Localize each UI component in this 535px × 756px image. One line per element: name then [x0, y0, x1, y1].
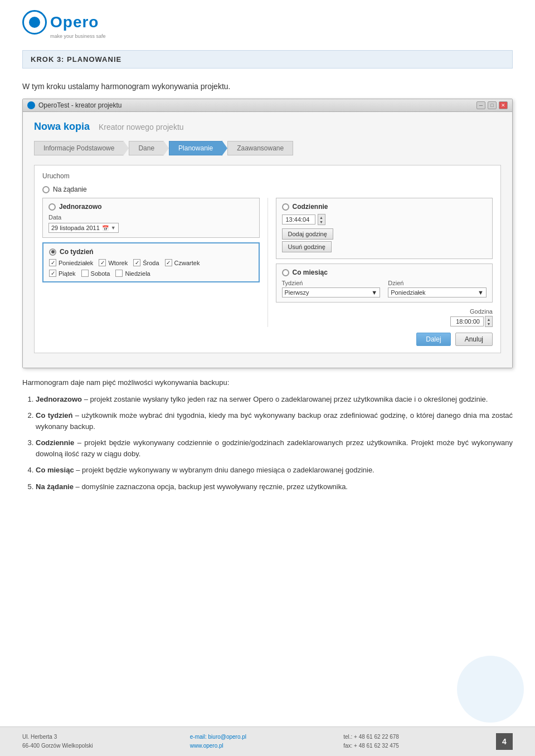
step-planowanie[interactable]: Planowanie — [169, 141, 222, 155]
description-intro: Harmonogram daje nam pięć możliwości wyk… — [22, 377, 513, 388]
two-column-layout: Jednorazowo Data 29 listopada 2011 📅 ▼ — [42, 198, 493, 327]
close-button[interactable]: ✕ — [499, 101, 508, 109]
dalej-button[interactable]: Dalej — [416, 333, 450, 346]
step-arrow-2 — [163, 140, 169, 156]
footer-email: e-mail: biuro@opero.pl — [190, 733, 246, 742]
co-tydzien-title-row: Co tydzień — [49, 248, 253, 256]
wtorek-checkbox[interactable] — [99, 259, 106, 266]
uruchom-label: Uruchom — [42, 172, 493, 180]
maximize-button[interactable]: □ — [488, 101, 497, 109]
codziennie-title: Codziennie — [293, 203, 328, 211]
co-miesiac-selects: Tydzień Pierwszy ▼ Dzień Ponied — [282, 280, 487, 297]
window-controls[interactable]: ─ □ ✕ — [476, 101, 508, 109]
remove-hour-button[interactable]: Usuń godzinę — [282, 241, 332, 252]
add-hour-button[interactable]: Dodaj godzinę — [282, 228, 333, 240]
date-value-row: 29 listopada 2011 📅 ▼ — [48, 223, 254, 233]
codziennie-time-row: 13:44:04 ▲ ▼ — [282, 214, 487, 225]
step-dane[interactable]: Dane — [129, 141, 164, 155]
wtorek-label: Wtorek — [108, 260, 128, 266]
logo-inner — [29, 17, 40, 28]
term-3: Codziennie — [36, 438, 74, 447]
step-informacje[interactable]: Informacje Podstawowe — [34, 141, 124, 155]
co-tydzien-radio[interactable] — [49, 248, 56, 256]
dzien-select[interactable]: Poniedziałek ▼ — [388, 287, 487, 297]
list-item-5: Na żądanie – domyślnie zaznaczona opcja,… — [36, 481, 513, 492]
co-miesiac-title-row: Co miesiąc — [282, 269, 487, 276]
list-item-4: Co miesiąc – projekt będzie wykonywany w… — [36, 465, 513, 476]
app-body: Nowa kopia Kreator nowego projektu Infor… — [23, 112, 512, 368]
codziennie-time-input[interactable]: 13:44:04 — [282, 214, 315, 225]
project-header: Nowa kopia Kreator nowego projektu — [34, 121, 501, 133]
checkbox-sobota[interactable]: Sobota — [81, 270, 110, 277]
bottom-buttons: Dalej Anuluj — [42, 333, 493, 346]
text-2: – użytkownik może wybrać dni tygodnia, k… — [36, 411, 513, 431]
dzien-label: Dzień — [388, 280, 487, 286]
codziennie-radio[interactable] — [282, 203, 289, 211]
sroda-label: Środa — [143, 260, 159, 266]
jednorazowo-title-row: Jednorazowo — [48, 203, 254, 211]
godzina-row: 18:00:00 ▲ ▼ — [276, 316, 493, 327]
na-zadanie-label: Na żądanie — [53, 186, 87, 193]
na-zadanie-radio[interactable] — [42, 186, 50, 193]
checkbox-czwartek[interactable]: Czwartek — [165, 259, 200, 266]
term-2: Co tydzień — [36, 411, 72, 420]
step-arrow-1 — [123, 140, 129, 156]
step-arrow-3 — [222, 140, 227, 156]
logo-circle — [22, 10, 47, 35]
checkbox-wtorek[interactable]: Wtorek — [99, 259, 128, 266]
godzina-input[interactable]: 18:00:00 — [450, 316, 484, 326]
codziennie-title-row: Codziennie — [282, 203, 487, 211]
term-5: Na żądanie — [36, 482, 74, 491]
co-miesiac-radio[interactable] — [282, 269, 289, 276]
codziennie-box: Codziennie 13:44:04 ▲ ▼ — [276, 198, 493, 259]
logo-text: Opero — [50, 13, 99, 31]
step-zaawansowane[interactable]: Zaawansowane — [227, 141, 293, 155]
tydzien-select[interactable]: Pierwszy ▼ — [282, 287, 381, 297]
checkbox-poniedzialek[interactable]: Poniedziałek — [49, 259, 93, 266]
text-1: – projekt zostanie wysłany tylko jeden r… — [82, 395, 488, 403]
app-title: OperoTest - kreator projektu — [38, 101, 121, 109]
app-titlebar: OperoTest - kreator projektu ─ □ ✕ — [23, 99, 512, 112]
text-4: – projekt będzie wykonywany w wybranym d… — [74, 466, 374, 474]
footer-phone: tel.: + 48 61 62 22 678 fax: + 48 61 62 … — [343, 733, 399, 750]
checkbox-piatek[interactable]: Piątek — [49, 270, 76, 277]
sobota-checkbox[interactable] — [81, 270, 89, 277]
app-icon — [27, 101, 35, 109]
schedule-panel: Uruchom Na żądanie Jednorazowo — [34, 165, 501, 353]
poniedzialek-checkbox[interactable] — [49, 259, 56, 266]
text-5: – domyślnie zaznaczona opcja, backup jes… — [74, 482, 348, 491]
godzina-spinner[interactable]: ▲ ▼ — [485, 316, 493, 327]
date-input[interactable]: 29 listopada 2011 📅 ▼ — [48, 223, 119, 233]
co-miesiac-title: Co miesiąc — [293, 269, 328, 276]
godzina-spinner-down: ▼ — [487, 322, 491, 326]
sobota-label: Sobota — [91, 270, 110, 277]
godzina-section: Godzina 18:00:00 ▲ ▼ — [276, 308, 493, 327]
checkbox-sroda[interactable]: Środa — [133, 259, 159, 266]
minimize-button[interactable]: ─ — [476, 101, 485, 109]
project-title: Nowa kopia — [34, 121, 90, 133]
text-3: – projekt będzie wykonywany codziennie o… — [36, 438, 513, 458]
sroda-checkbox[interactable] — [133, 259, 140, 266]
dzien-col: Dzień Poniedziałek ▼ — [388, 280, 487, 297]
co-tydzien-box: Co tydzień Poniedziałek Wtorek — [42, 242, 260, 282]
section-title: KROK 3: PLANOWANIE — [31, 55, 504, 64]
spinner-down: ▼ — [319, 220, 323, 224]
jednorazowo-radio[interactable] — [48, 203, 56, 211]
anuluj-button[interactable]: Anuluj — [455, 333, 493, 346]
section-header: KROK 3: PLANOWANIE — [22, 50, 513, 69]
niedziela-checkbox[interactable] — [115, 270, 123, 277]
czwartek-label: Czwartek — [174, 260, 200, 266]
calendar-icon: 📅 — [102, 225, 109, 231]
date-value-text: 29 listopada 2011 — [51, 225, 100, 231]
data-label: Data — [48, 214, 61, 221]
checkbox-niedziela[interactable]: Niedziela — [115, 270, 150, 277]
tydzien-col: Tydzień Pierwszy ▼ — [282, 280, 381, 297]
time-spinner[interactable]: ▲ ▼ — [318, 214, 325, 225]
right-column: Codziennie 13:44:04 ▲ ▼ — [268, 198, 493, 327]
list-item-3: Codziennie – projekt będzie wykonywany c… — [36, 437, 513, 459]
left-column: Jednorazowo Data 29 listopada 2011 📅 ▼ — [42, 198, 268, 327]
czwartek-checkbox[interactable] — [165, 259, 172, 266]
piatek-checkbox[interactable] — [49, 270, 56, 277]
logo-icon: Opero — [22, 10, 99, 35]
tydzien-arrow: ▼ — [371, 289, 377, 296]
